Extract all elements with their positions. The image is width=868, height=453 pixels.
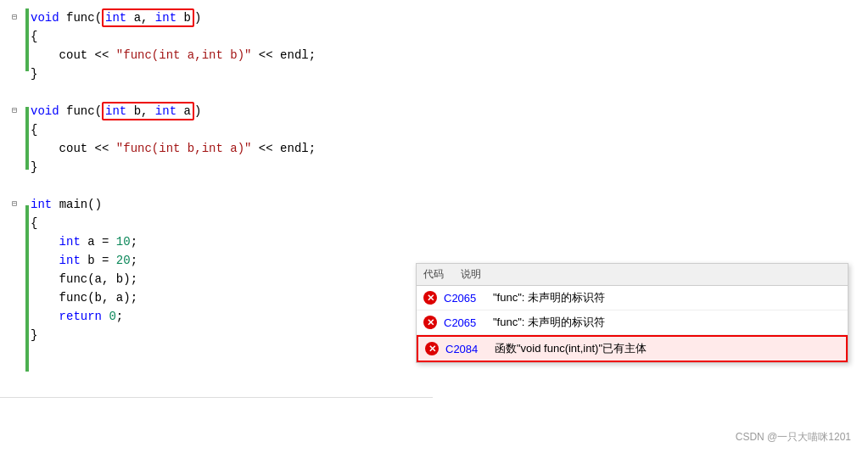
code-line-9: }	[0, 158, 433, 176]
code-line-16: func(b, a);	[0, 288, 433, 307]
line-content-5	[25, 83, 433, 102]
line-content-9: }	[25, 158, 433, 176]
fold-gutter-11[interactable]: ⊟	[0, 195, 25, 214]
line-content-4: }	[25, 64, 433, 83]
green-bar-1	[25, 8, 29, 71]
code-line-12: {	[0, 214, 433, 232]
code-line-7: {	[0, 120, 433, 139]
green-bar-3	[25, 205, 29, 372]
error-msg-3: 函数"void func(int,int)"已有主体	[495, 341, 647, 356]
line-content-15: func(a, b);	[25, 270, 433, 288]
code-line-1: ⊟ void func(int a, int b)	[0, 8, 433, 27]
code-line-4: }	[0, 64, 433, 83]
line-content-3: cout << "func(int a,int b)" << endl;	[25, 46, 433, 64]
code-line-15: func(a, b);	[0, 270, 433, 288]
code-line-6: ⊟ void func(int b, int a)	[0, 102, 433, 120]
error-code-1: C2065	[444, 292, 486, 305]
line-content-17: return 0;	[25, 307, 433, 326]
code-line-17: return 0;	[0, 307, 433, 326]
code-line-18: }	[0, 326, 433, 344]
line-content-7: {	[25, 120, 433, 139]
fold-gutter-6[interactable]: ⊟	[0, 102, 25, 120]
line-content-14: int b = 20;	[25, 251, 433, 270]
code-line-13: int a = 10;	[0, 232, 433, 251]
error-panel: 代码 说明 ✕ C2065 "func": 未声明的标识符 ✕ C2065 "f…	[416, 263, 848, 363]
error-icon-2: ✕	[423, 316, 437, 329]
line-content-1: void func(int a, int b)	[25, 8, 433, 27]
error-msg-1: "func": 未声明的标识符	[493, 290, 605, 305]
green-bar-2	[25, 107, 29, 170]
error-row-3[interactable]: ✕ C2084 函数"void func(int,int)"已有主体	[417, 335, 848, 362]
watermark: CSDN @一只大喵咪1201	[736, 430, 851, 445]
code-line-8: cout << "func(int b,int a)" << endl;	[0, 139, 433, 158]
error-icon-1: ✕	[423, 291, 437, 305]
error-row-2[interactable]: ✕ C2065 "func": 未声明的标识符	[417, 310, 848, 335]
line-content-13: int a = 10;	[25, 232, 433, 251]
line-content-18: }	[25, 326, 433, 344]
header-col2: 说明	[461, 267, 481, 282]
error-row-1[interactable]: ✕ C2065 "func": 未声明的标识符	[417, 286, 848, 310]
line-content-11: int main()	[25, 195, 433, 214]
code-line-5	[0, 83, 433, 102]
line-content-8: cout << "func(int b,int a)" << endl;	[25, 139, 433, 158]
code-line-3: cout << "func(int a,int b)" << endl;	[0, 46, 433, 64]
bottom-divider	[0, 397, 433, 398]
line-content-12: {	[25, 214, 433, 232]
error-code-3: C2084	[445, 343, 488, 355]
line-content-6: void func(int b, int a)	[25, 102, 433, 120]
error-icon-3: ✕	[425, 342, 439, 355]
error-msg-2: "func": 未声明的标识符	[493, 315, 605, 330]
code-line-11: ⊟ int main()	[0, 195, 433, 214]
line-content-10	[25, 176, 433, 195]
code-line-2: {	[0, 27, 433, 46]
code-line-14: int b = 20;	[0, 251, 433, 270]
line-content-16: func(b, a);	[25, 288, 433, 307]
line-content-2: {	[25, 27, 433, 46]
header-col1: 代码	[423, 267, 444, 282]
code-editor: ⊟ void func(int a, int b) { cout << "fun…	[0, 0, 433, 407]
code-line-10	[0, 176, 433, 195]
error-code-2: C2065	[444, 316, 486, 329]
fold-gutter-1[interactable]: ⊟	[0, 8, 25, 27]
error-panel-header: 代码 说明	[417, 264, 848, 286]
